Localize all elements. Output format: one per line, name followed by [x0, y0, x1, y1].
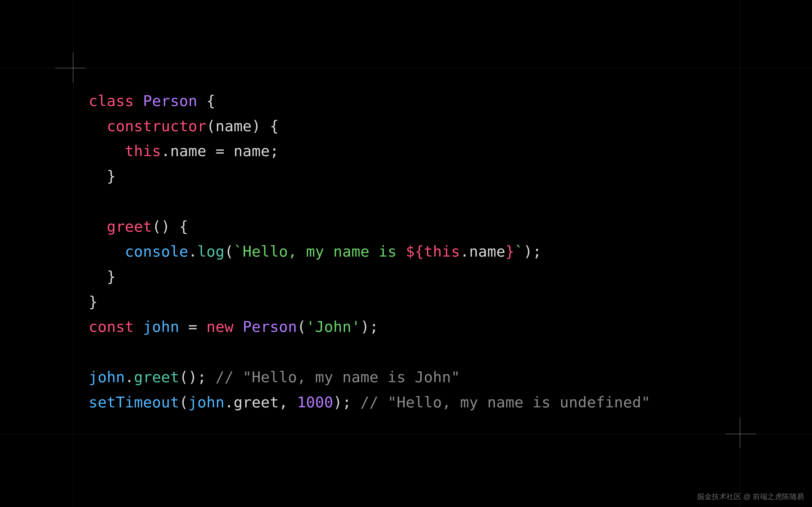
keyword-this: this: [424, 243, 460, 260]
crosshair-top-left-icon: [73, 53, 73, 83]
code-line-3: this.name = name;: [89, 142, 279, 160]
method-greet-decl: greet: [107, 218, 152, 235]
class-name-person: Person: [143, 92, 197, 110]
comment-output-john: // "Hello, my name is John": [215, 369, 460, 386]
method-ref-greet: greet: [234, 394, 279, 411]
param-name: name: [215, 117, 252, 135]
code-line-4: }: [89, 167, 116, 185]
method-greet-call: greet: [134, 369, 180, 386]
crosshair-bottom-right-icon: [725, 434, 756, 434]
method-log: log: [197, 243, 224, 260]
code-line-12: john.greet(); // "Hello, my name is John…: [89, 369, 460, 386]
guide-line-top: [0, 68, 812, 68]
comment-output-undefined: // "Hello, my name is undefined": [360, 394, 650, 411]
crosshair-bottom-right-icon: [740, 418, 740, 448]
watermark-text: 掘金技术社区 @ 前端之虎陈随易: [697, 492, 804, 501]
code-line-6: greet() {: [89, 218, 188, 235]
template-string: `Hello, my name is: [234, 243, 406, 260]
ident-john: john: [89, 369, 125, 386]
code-snippet: class Person { constructor(name) { this.…: [89, 89, 650, 415]
constructor-keyword: constructor: [107, 117, 206, 135]
code-line-8: }: [89, 268, 116, 285]
crosshair-top-left-icon: [55, 68, 86, 68]
keyword-const: const: [89, 318, 134, 335]
code-line-10: const john = new Person('John');: [89, 318, 378, 335]
guide-line-bottom: [0, 434, 812, 434]
ident-john: john: [188, 394, 224, 411]
class-name-person: Person: [243, 318, 297, 335]
keyword-this: this: [125, 142, 161, 160]
code-line-7: console.log(`Hello, my name is ${this.na…: [89, 243, 542, 260]
ident-console: console: [125, 243, 188, 260]
number-1000: 1000: [297, 394, 333, 411]
ident-john: john: [143, 318, 179, 335]
code-line-9: }: [89, 293, 98, 311]
code-line-1: class Person {: [89, 92, 215, 110]
code-line-2: constructor(name) {: [89, 117, 279, 135]
keyword-class: class: [89, 92, 134, 110]
string-john: 'John': [306, 318, 360, 335]
code-line-13: setTimeout(john.greet, 1000); // "Hello,…: [89, 394, 650, 411]
ident-settimeout: setTimeout: [89, 394, 179, 411]
keyword-new: new: [206, 318, 234, 335]
